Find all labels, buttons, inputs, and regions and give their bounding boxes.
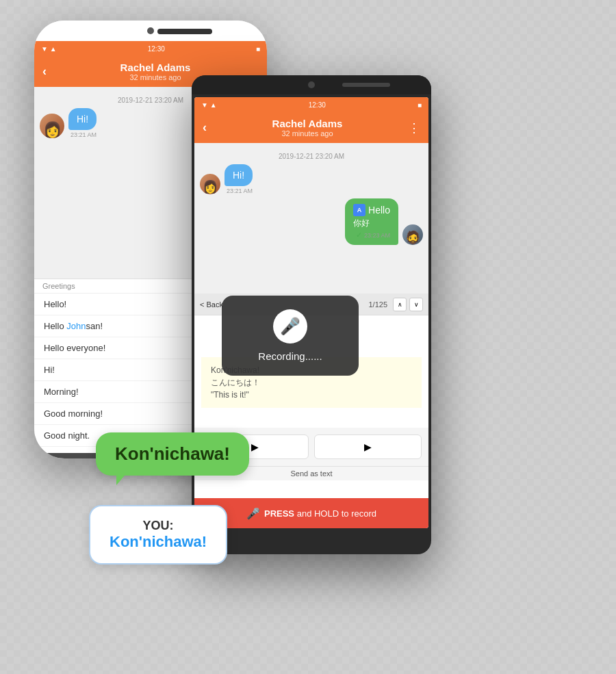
press-hold-bar[interactable]: 🎤 PRESS and HOLD to record [194, 498, 428, 528]
recording-text: Recording...... [258, 350, 322, 362]
translate-badge-2: A [353, 204, 365, 216]
android-header-title: Rachel Adams 32 minutes ago [212, 118, 402, 138]
android-top [192, 75, 431, 94]
check-icon: ✓ [356, 231, 362, 239]
avatar [200, 174, 220, 194]
greeting-text: Hello! [44, 299, 66, 309]
table-row: A Hello 你好 ✓ 23:23 AM [200, 198, 423, 245]
hold-text: and HOLD to record [297, 508, 376, 519]
android-translated: 你好 [353, 218, 390, 229]
mic-record-icon: 🎤 [246, 507, 260, 520]
arrow-up-button[interactable]: ∧ [393, 298, 407, 311]
android-statusbar: ▼ ▲ 12:30 ■ [194, 97, 428, 112]
suggestion-line2: こんにちは！ [211, 376, 412, 389]
android-received-text: Hi! [233, 170, 244, 181]
greeting-text: Hello everyone! [44, 343, 105, 353]
speaker-bar [157, 29, 212, 34]
android-device: ▼ ▲ 12:30 ■ ‹ Rachel Adams 32 minutes ag… [192, 75, 431, 554]
more-options-icon[interactable]: ⋮ [408, 120, 420, 135]
avatar [40, 114, 64, 138]
android-time: 12:30 [309, 101, 326, 109]
android-speaker [342, 83, 390, 87]
statusbar-time: 12:30 [148, 45, 165, 53]
android-received-time: 23:21 AM [224, 187, 253, 194]
android-chat-area: 2019-12-21 23:20 AM Hi! 23:21 AM [194, 143, 428, 294]
iphone-top [34, 21, 267, 41]
sent-row: A Hello 你好 ✓ 23:23 AM [345, 198, 423, 245]
press-hold-text: PRESS and HOLD to record [264, 508, 376, 519]
android-sent-text: Hello [368, 205, 390, 216]
received-bubble-wrapper: Hi! 23:21 AM [68, 108, 97, 138]
toolbar-arrows: ∧ ∨ [393, 298, 423, 311]
android-contact-name: Rachel Adams [212, 118, 402, 129]
received-bubble: Hi! [68, 108, 97, 130]
mic-large-icon: 🎤 [273, 309, 307, 344]
you-text: Kon'nichawa! [110, 533, 207, 551]
android-battery: ■ [418, 101, 422, 109]
android-received-bubble: Hi! [224, 164, 253, 186]
sender-avatar [402, 224, 423, 245]
android-camera [308, 81, 315, 88]
android-date-divider: 2019-12-21 23:20 AM [200, 153, 423, 160]
toolbar-count: 1/125 [368, 300, 387, 309]
greeting-text: Good morning! [44, 409, 103, 419]
android-received-wrapper: Hi! 23:21 AM [224, 164, 253, 194]
greeting-highlight: John [66, 321, 86, 331]
greeting-text: Good night. [44, 430, 90, 441]
android-sent-time: ✓ 23:23 AM [353, 231, 390, 239]
contact-name: Rachel Adams [52, 62, 259, 73]
received-time: 23:21 AM [68, 131, 97, 138]
android-contact-subtitle: 32 minutes ago [212, 129, 402, 138]
android-carrier: ▼ ▲ [201, 101, 217, 109]
table-row: Hi! 23:21 AM [200, 164, 423, 194]
big-bubble-green: Kon'nichawa! [96, 432, 249, 476]
greeting-text: Hi! [44, 365, 55, 375]
android-sent-wrapper: A Hello 你好 ✓ 23:23 AM [345, 198, 423, 245]
android-sent-bubble: A Hello 你好 ✓ 23:23 AM [345, 198, 398, 245]
suggestion-line3: "This is it!" [211, 389, 412, 401]
toolbar-back-button[interactable]: < Back [200, 300, 223, 309]
big-bubble-white: YOU: Kon'nichawa! [89, 505, 227, 565]
back-button[interactable]: ‹ [42, 64, 47, 79]
android-header: ‹ Rachel Adams 32 minutes ago ⋮ [194, 112, 428, 143]
arrow-down-button[interactable]: ∨ [409, 298, 423, 311]
play-button-2[interactable]: ▶ [314, 435, 422, 459]
received-text: Hi! [77, 114, 88, 125]
statusbar-battery: ■ [256, 45, 260, 53]
camera-dot [147, 27, 154, 34]
statusbar-carrier: ▼ ▲ [41, 45, 57, 53]
greeting-text: Morning! [44, 387, 79, 397]
android-back-button[interactable]: ‹ [203, 120, 207, 135]
iphone-statusbar: ▼ ▲ 12:30 ■ [34, 41, 267, 56]
you-label: YOU: [110, 519, 207, 533]
sent-top-2: A Hello [353, 204, 390, 216]
recording-overlay: 🎤 Recording...... [222, 296, 359, 376]
big-bubble-green-text: Kon'nichawa! [115, 443, 230, 464]
press-word: PRESS [264, 508, 294, 519]
